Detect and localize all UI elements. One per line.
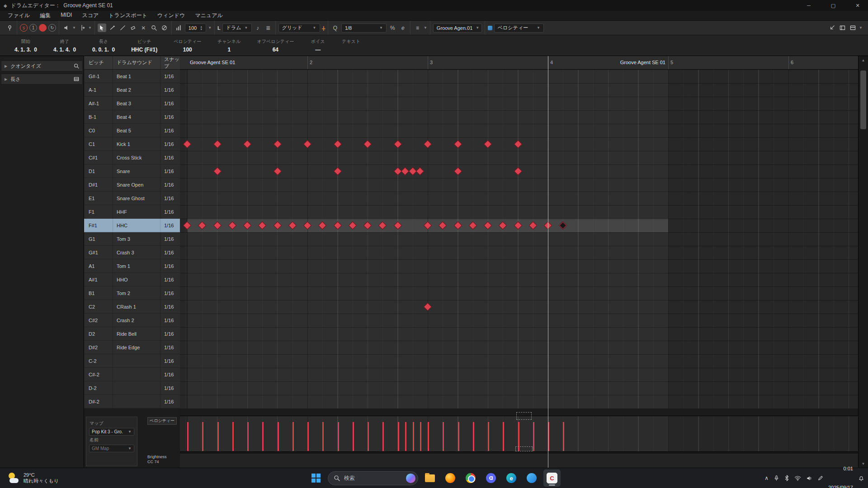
select-tool[interactable] — [98, 23, 106, 32]
drum-note-D1[interactable] — [416, 167, 424, 175]
drum-note-F#1[interactable] — [273, 221, 281, 230]
drum-note-D1[interactable] — [333, 167, 341, 175]
drum-row-D#2[interactable]: D#2Ride Edge1/16 — [84, 341, 180, 354]
drum-row-A#1[interactable]: A#1HHO1/16 — [84, 273, 180, 286]
velocity-bar[interactable] — [488, 422, 489, 451]
drum-row-E1[interactable]: E1Snare Ghost1/16 — [84, 192, 180, 205]
drum-note-C1[interactable] — [183, 140, 191, 148]
drum-row-D#-2[interactable]: D#-21/16 — [84, 395, 180, 408]
scrollbar-thumb[interactable] — [860, 70, 866, 129]
quantize-dropdown[interactable]: 1/8 ▼ — [341, 23, 387, 33]
velocity-bar[interactable] — [413, 422, 414, 451]
drum-note-C1[interactable] — [273, 140, 281, 148]
volume-icon[interactable] — [806, 475, 812, 481]
drum-note-C1[interactable] — [243, 140, 251, 148]
drum-note-C1[interactable] — [453, 140, 462, 148]
cc-lane[interactable] — [180, 453, 858, 468]
drum-row-C2[interactable]: C2CRash 11/16 — [84, 300, 180, 314]
infoline-field[interactable]: オフベロシティー64 — [249, 38, 302, 53]
midi-input-icon[interactable]: ≣ — [264, 23, 273, 32]
notification-bell-icon[interactable] — [858, 475, 864, 481]
snap-icon[interactable]: -|- — [322, 25, 325, 31]
infoline-field[interactable]: テキスト — [334, 38, 368, 52]
record-in-editor-button[interactable] — [39, 24, 47, 32]
step-input-icon[interactable]: ♪ — [254, 23, 262, 32]
drum-note-D1[interactable] — [213, 167, 221, 175]
loop-button[interactable]: ↻ — [48, 24, 56, 32]
cc-lane-label[interactable]: Brightness CC 74 — [147, 455, 167, 465]
menu-item-スコア[interactable]: スコア — [77, 12, 104, 19]
drum-note-F#1[interactable] — [349, 221, 357, 230]
drum-row-G1[interactable]: G1Tom 31/16 — [84, 232, 180, 246]
velocity-bar[interactable] — [533, 422, 534, 451]
cubase-button[interactable]: C — [543, 469, 561, 487]
drum-note-F#1[interactable] — [484, 221, 492, 230]
close-button[interactable]: ✕ — [847, 0, 868, 11]
map-name-dropdown[interactable]: GM Map ▼ — [89, 445, 134, 452]
velocity-bar[interactable] — [217, 422, 219, 451]
velocity-bar[interactable] — [247, 422, 249, 451]
drum-note-C1[interactable] — [333, 140, 341, 148]
drum-note-F#1[interactable] — [333, 221, 341, 230]
chevron-down-icon[interactable]: ▼ — [88, 26, 92, 30]
drum-note-C1[interactable] — [363, 140, 372, 148]
chevron-down-icon[interactable]: ▼ — [424, 26, 427, 30]
insert-length-dropdown[interactable]: ドラム ▼ — [222, 23, 252, 33]
delete-tool[interactable]: ✕ — [139, 23, 148, 32]
setup-toolbar-icon[interactable] — [849, 23, 857, 32]
inspector-item-長さ[interactable]: ▶長さ — [1, 74, 83, 84]
drum-note-D1[interactable] — [514, 167, 522, 175]
drum-note-F#1[interactable] — [439, 221, 447, 230]
grid-type-dropdown[interactable]: グリッド ▼ — [278, 23, 320, 33]
copilot-icon[interactable] — [406, 474, 415, 483]
discord-button[interactable]: ᗡ — [482, 469, 500, 487]
drum-note-F#1[interactable] — [378, 221, 387, 230]
drum-note-C1[interactable] — [514, 140, 522, 148]
velocity-stepper[interactable]: ▲▼ — [200, 25, 203, 31]
drum-note-C1[interactable] — [484, 140, 492, 148]
microphone-icon[interactable] — [774, 475, 779, 481]
velocity-lane-label[interactable]: ベロシティー — [147, 417, 177, 425]
drum-note-C1[interactable] — [424, 140, 432, 148]
pen-icon[interactable] — [817, 475, 823, 481]
drum-note-F#1[interactable] — [424, 221, 432, 230]
velocity-bar[interactable] — [187, 422, 189, 451]
drum-row-G#1[interactable]: G#1Crash 31/16 — [84, 246, 180, 259]
drum-note-F#1[interactable] — [243, 221, 251, 230]
drum-note-F#1[interactable] — [303, 221, 311, 230]
velocity-bar[interactable] — [307, 422, 309, 451]
drum-row-C-2[interactable]: C-21/16 — [84, 354, 180, 368]
velocity-bar[interactable] — [428, 422, 429, 451]
menu-item-トランスポート[interactable]: トランスポート — [104, 12, 152, 19]
drum-note-C1[interactable] — [303, 140, 311, 148]
scroll-down-icon[interactable]: ▼ — [859, 460, 868, 468]
zoom-tool[interactable] — [150, 23, 158, 32]
drum-note-F#1[interactable] — [363, 221, 372, 230]
velocity-bar[interactable] — [398, 422, 399, 451]
header-snap[interactable]: スナップ — [160, 56, 180, 69]
clock-widget[interactable]: 0:01 2025/09/17 — [828, 453, 853, 488]
weather-widget[interactable]: 29°C 晴れ時々くもり — [5, 468, 62, 488]
swing-icon[interactable]: % — [388, 23, 397, 32]
infoline-field[interactable]: チャンネル1 — [209, 38, 249, 53]
vertical-scrollbar[interactable]: ▲ ▼ — [858, 56, 868, 468]
event-colors-icon[interactable]: ≡ — [413, 23, 422, 32]
file-explorer-button[interactable] — [421, 469, 439, 487]
scroll-up-icon[interactable]: ▲ — [859, 56, 868, 64]
velocity-bar[interactable] — [503, 422, 504, 451]
drum-note-C1[interactable] — [213, 140, 221, 148]
drum-row-F#1[interactable]: F#1HHC1/16 — [84, 219, 180, 232]
velocity-bar[interactable] — [443, 422, 444, 451]
edge-button[interactable]: e — [503, 469, 520, 487]
line-tool[interactable] — [118, 23, 127, 32]
drum-note-F#1[interactable] — [198, 221, 206, 230]
drum-map-dropdown[interactable]: Pop Kit 3 - Gro. ▼ — [89, 428, 134, 436]
firefox-button[interactable] — [442, 469, 459, 487]
drum-note-C2[interactable] — [424, 303, 432, 311]
open-in-lower-zone-icon[interactable] — [828, 23, 836, 32]
bluetooth-icon[interactable] — [784, 475, 789, 481]
drum-row-B-1[interactable]: B-1Beat 41/16 — [84, 110, 180, 124]
menu-item-ファイル[interactable]: ファイル — [3, 12, 35, 19]
drum-note-F#1[interactable] — [228, 221, 236, 230]
chevron-down-icon[interactable]: ▼ — [208, 26, 212, 30]
